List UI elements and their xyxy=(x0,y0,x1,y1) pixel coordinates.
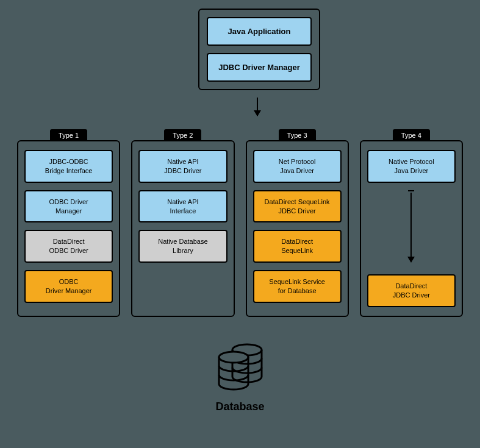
column-tab: Type 4 xyxy=(393,129,430,141)
column-tab: Type 3 xyxy=(279,129,316,141)
driver-cell: Native ProtocolJava Driver xyxy=(367,150,456,183)
database-icon xyxy=(213,341,268,396)
arrow-down-icon xyxy=(410,193,412,263)
driver-cell: ODBC DriverManager xyxy=(24,190,113,223)
column-type-2: Type 2Native APIJDBC DriverNative APIInt… xyxy=(131,128,234,317)
column-type-1: Type 1JDBC-ODBCBridge InterfaceODBC Driv… xyxy=(17,128,120,317)
column-body: Net ProtocolJava DriverDataDirect SequeL… xyxy=(246,140,349,317)
column-tab: Type 2 xyxy=(164,129,201,141)
database-label: Database xyxy=(215,400,264,413)
column-type-4: Type 4Native ProtocolJava DriverDataDire… xyxy=(360,128,463,317)
driver-type-columns: Type 1JDBC-ODBCBridge InterfaceODBC Driv… xyxy=(17,128,463,317)
column-type-3: Type 3Net ProtocolJava DriverDataDirect … xyxy=(246,128,349,317)
column-body: JDBC-ODBCBridge InterfaceODBC DriverMana… xyxy=(17,140,120,317)
driver-cell: DataDirectODBC Driver xyxy=(24,230,113,263)
driver-cell: Net ProtocolJava Driver xyxy=(253,150,342,183)
driver-cell: SequeLink Servicefor Database xyxy=(253,270,342,303)
driver-cell: Native APIJDBC Driver xyxy=(138,150,227,183)
column-body: Native ProtocolJava DriverDataDirectJDBC… xyxy=(360,140,463,317)
driver-cell: ODBCDriver Manager xyxy=(24,270,113,303)
driver-cell: DataDirectJDBC Driver xyxy=(367,274,456,307)
arrow-down-icon xyxy=(257,98,258,116)
driver-cell: Native DatabaseLibrary xyxy=(138,230,227,263)
driver-cell: DataDirectSequeLink xyxy=(253,230,342,263)
column-body: Native APIJDBC DriverNative APIInterface… xyxy=(131,140,234,317)
database-section: Database xyxy=(0,341,480,413)
driver-cell: JDBC-ODBCBridge Interface xyxy=(24,150,113,183)
jdbc-driver-manager-box: JDBC Driver Manager xyxy=(207,53,312,82)
column-tab: Type 1 xyxy=(50,129,87,141)
java-application-box: Java Application xyxy=(207,17,312,46)
driver-cell: Native APIInterface xyxy=(138,190,227,223)
driver-cell: DataDirect SequeLinkJDBC Driver xyxy=(253,190,342,223)
top-group: Java Application JDBC Driver Manager xyxy=(198,9,320,90)
svg-point-1 xyxy=(219,352,248,363)
